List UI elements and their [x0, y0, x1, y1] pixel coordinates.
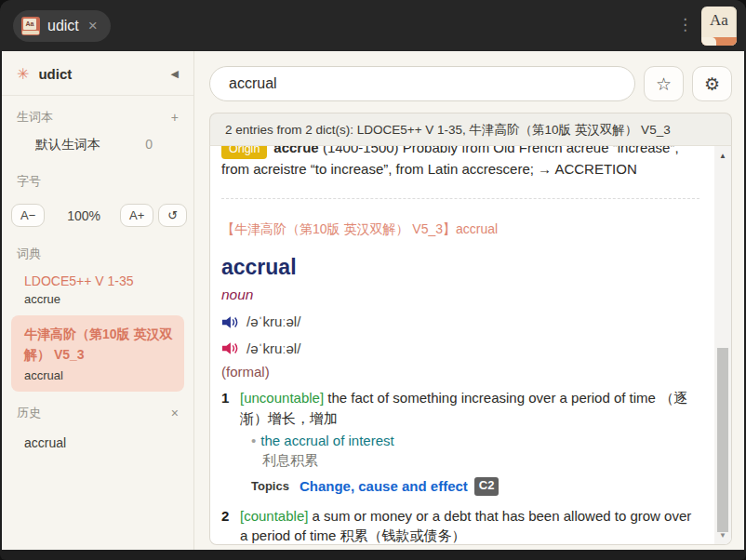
- search-row: ☆ ⚙: [209, 66, 732, 101]
- origin-badge: Origin: [221, 145, 267, 159]
- history-item[interactable]: accrual: [2, 426, 193, 458]
- font-size-value: 100%: [67, 208, 100, 223]
- example-sentence: •the accrual of interest 利息积累: [251, 431, 699, 471]
- phonetic-us: /əˈkruːəl/: [246, 339, 300, 358]
- scroll-up-icon[interactable]: ▲: [714, 152, 731, 160]
- settings-button[interactable]: ⚙: [692, 66, 732, 101]
- sidebar-app-name: udict: [38, 66, 170, 82]
- headword: accrual: [221, 252, 699, 283]
- dict-name: 牛津高阶（第10版 英汉双解） V5_3: [24, 325, 173, 365]
- font-reset-button[interactable]: ↺: [158, 204, 187, 227]
- dict-matched-word: accrue: [24, 292, 182, 306]
- cefr-level-badge: C2: [474, 477, 500, 495]
- pronunciation-uk: /əˈkruːəl/: [221, 312, 699, 331]
- scrollbar-thumb[interactable]: [717, 348, 728, 532]
- dicts-section-label: 词典: [17, 246, 41, 262]
- search-input[interactable]: [209, 66, 635, 101]
- topic-link[interactable]: Change, cause and effect: [300, 476, 468, 496]
- sense-number: 1: [221, 388, 233, 499]
- favorite-button[interactable]: ☆: [644, 66, 684, 101]
- titlebar-actions: ⋮ Aa: [677, 7, 737, 46]
- reset-icon: ↺: [167, 208, 178, 222]
- definition-zh: 积累（钱款或债务）: [340, 527, 466, 543]
- window-body: ✳ udict ◀ 生词本 + 默认生词本 0 字号 A− 100% A+ ↺: [2, 51, 744, 550]
- grammar-label: [uncountable]: [240, 390, 324, 406]
- gear-icon: ⚙: [704, 73, 720, 95]
- definition-en: a sum or money or a debt that has been a…: [240, 508, 691, 543]
- sidebar-item-default-wordbook[interactable]: 默认生词本 0: [2, 130, 193, 160]
- phonetic-uk: /əˈkruːəl/: [246, 312, 300, 331]
- sense-2: 2 [countable] a sum or money or a debt t…: [221, 506, 699, 545]
- etymology-paragraph: Originaccrue (1400-1500) Probably from O…: [221, 145, 699, 180]
- main-panel: ☆ ⚙ 2 entries from 2 dict(s): LDOCE5++ V…: [194, 51, 744, 550]
- result-summary: 2 entries from 2 dict(s): LDOCE5++ V 1-3…: [209, 113, 732, 145]
- app-window: Aa udict × ⋮ Aa ✳ udict ◀ 生词本 + 默认生词本 0: [0, 0, 746, 560]
- wordbook-name: 默认生词本: [35, 137, 100, 153]
- clear-history-icon[interactable]: ×: [171, 406, 179, 420]
- sense-1: 1 [uncountable] the fact of something in…: [221, 388, 699, 499]
- scrollbar[interactable]: ▲ ▼: [714, 146, 731, 544]
- topics-row: Topics Change, cause and effect C2: [251, 476, 699, 496]
- definition-en: the fact of something increasing over a …: [327, 390, 656, 406]
- entry-divider: [221, 198, 699, 199]
- add-wordbook-icon[interactable]: +: [171, 110, 179, 125]
- app-icon[interactable]: Aa: [701, 7, 737, 46]
- entry-source-header: 【牛津高阶（第10版 英汉双解） V5_3】accrual: [221, 220, 699, 239]
- speaker-uk-icon[interactable]: [221, 315, 238, 329]
- speaker-us-icon[interactable]: [221, 341, 238, 355]
- font-decrease-button[interactable]: A−: [11, 204, 45, 227]
- scroll-down-icon[interactable]: ▼: [714, 531, 731, 540]
- font-size-controls: A− 100% A+ ↺: [2, 194, 193, 233]
- tab-label: udict: [47, 18, 79, 34]
- bullet-icon: •: [251, 433, 256, 448]
- sense-number: 2: [221, 506, 233, 545]
- definition-content: Originaccrue (1400-1500) Probably from O…: [210, 145, 731, 545]
- register-label: (formal): [221, 362, 699, 381]
- font-increase-button[interactable]: A+: [120, 204, 153, 227]
- pronunciation-us: /əˈkruːəl/: [221, 339, 699, 358]
- sidebar-item-dict-ldoce[interactable]: LDOCE5++ V 1-35 accrue: [2, 267, 193, 308]
- tab-udict[interactable]: Aa udict ×: [13, 10, 111, 42]
- wordbook-section-label: 生词本: [17, 109, 53, 126]
- font-size-section-label: 字号: [17, 173, 41, 190]
- part-of-speech: noun: [221, 285, 699, 305]
- collapse-sidebar-icon[interactable]: ◀: [171, 68, 179, 80]
- sidebar: ✳ udict ◀ 生词本 + 默认生词本 0 字号 A− 100% A+ ↺: [2, 51, 194, 550]
- etymology-headword: accrue: [273, 145, 318, 155]
- grammar-label: [countable]: [240, 508, 308, 524]
- example-zh: 利息积累: [262, 450, 699, 470]
- dicts-section-header: 词典: [2, 233, 193, 267]
- dict-name: LDOCE5++ V 1-35: [24, 273, 182, 288]
- asterisk-logo-icon: ✳: [17, 65, 29, 83]
- dict-matched-word: accrual: [24, 368, 173, 382]
- wordbook-section-header: 生词本 +: [2, 96, 193, 130]
- history-section-label: 历史: [17, 405, 41, 421]
- definition-panel: Originaccrue (1400-1500) Probably from O…: [209, 145, 732, 545]
- font-size-section-header: 字号: [2, 160, 193, 194]
- sidebar-header: ✳ udict ◀: [2, 51, 193, 96]
- example-en: the accrual of interest: [260, 433, 393, 448]
- star-icon: ☆: [656, 73, 672, 95]
- book-icon: Aa: [21, 17, 40, 35]
- topics-label: Topics: [251, 478, 289, 495]
- sidebar-item-dict-oald[interactable]: 牛津高阶（第10版 英汉双解） V5_3 accrual: [11, 315, 184, 392]
- overflow-menu-icon[interactable]: ⋮: [677, 20, 690, 31]
- wordbook-count: 0: [145, 137, 153, 153]
- tab-bar: Aa udict × ⋮ Aa: [0, 0, 746, 51]
- close-icon[interactable]: ×: [87, 18, 100, 33]
- history-section-header: 历史 ×: [2, 392, 193, 426]
